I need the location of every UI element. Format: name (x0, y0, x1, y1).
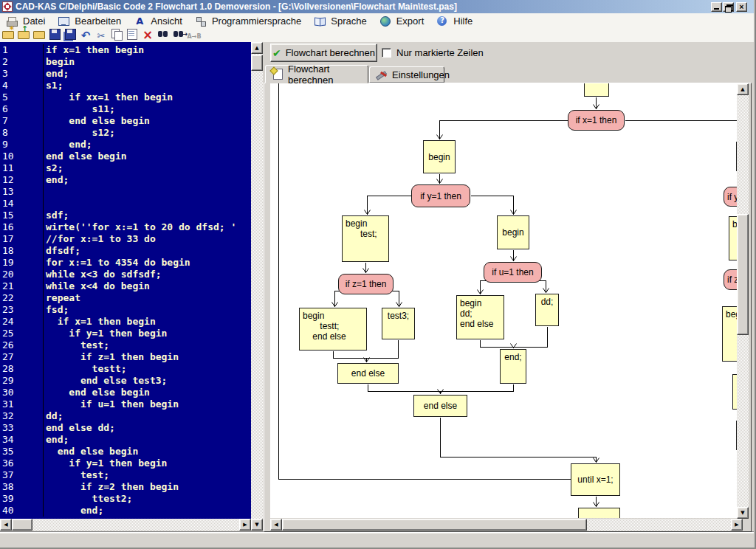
line-number: 14 (0, 198, 44, 210)
line-text: s11; (44, 103, 115, 115)
toolbar-button-delete[interactable]: × (141, 28, 154, 42)
line-text: wirte(''for x:=1 to 20 do dfsd; ' (44, 221, 236, 233)
toolbar-button-new-file[interactable] (1, 27, 15, 43)
node-end-else-2: end else (413, 395, 467, 417)
toolbar-button-properties[interactable] (126, 27, 139, 43)
line-number: 20 (0, 269, 44, 280)
line-number: 3 (0, 68, 44, 80)
line-text: if u=1 then begin (44, 398, 179, 410)
node-label: begin (428, 152, 450, 162)
toolbar-button-open[interactable] (32, 27, 46, 43)
editor-hscroll-thumb[interactable] (12, 519, 32, 531)
node-label: begin (726, 309, 737, 320)
code-line: 24 if x=1 then begin (0, 316, 251, 328)
line-number: 12 (0, 174, 44, 186)
window-title: CAD-KAS C/Delphi/Basic Code 2 Flowchart … (16, 1, 457, 12)
toolbar-button-undo[interactable]: ↶ (79, 29, 92, 42)
menu-bar: DateiBearbeitenAAnsichtProgrammiersprach… (0, 13, 756, 28)
code-line: 28 testt; (0, 363, 251, 375)
code-line: 13 (0, 186, 251, 198)
toolbar-button-replace[interactable]: A→B (188, 28, 201, 43)
menu-hilfe[interactable]: Hilfe (430, 13, 479, 28)
toolbar-button-save-as[interactable] (63, 27, 77, 43)
flowchart-hscroll-thumb[interactable] (282, 519, 587, 531)
code-editor[interactable]: 1if x=1 then begin2begin3end;4s1;5 if xx… (0, 42, 251, 519)
code-line: 2begin (0, 56, 251, 68)
tab-flowchart-berechnen[interactable]: Flowchart berechnen (265, 65, 368, 83)
node-begin-test: begin test; (342, 215, 389, 262)
line-number: 29 (0, 375, 44, 387)
line-text: end else begin (44, 151, 127, 162)
marked-lines-checkbox[interactable] (382, 48, 391, 58)
code-line: 27 if z=1 then begin (0, 351, 251, 363)
scroll-up-icon[interactable]: ▲ (251, 42, 263, 54)
line-text: ttest2; (44, 493, 132, 505)
line-text: if x=1 then begin (44, 44, 144, 56)
node-if-x: if x=1 then (568, 110, 625, 131)
line-text: end else begin (44, 115, 150, 127)
line-number: 40 (0, 505, 44, 517)
tab-einstellungen[interactable]: Einstellungen (369, 66, 444, 83)
code-line: 8 s12; (0, 127, 251, 139)
close-button[interactable]: × (736, 2, 747, 12)
open-icon (32, 27, 46, 40)
code-line: 1if x=1 then begin (0, 44, 251, 56)
node-label: begin testt; end else (303, 311, 346, 342)
toolbar-button-cut[interactable]: ✂ (94, 29, 108, 42)
line-number: 16 (0, 221, 44, 233)
line-number: 13 (0, 186, 44, 198)
node-if-u: if u=1 then (484, 262, 542, 283)
line-number: 33 (0, 422, 44, 434)
menu-bearbeiten[interactable]: Bearbeiten (52, 13, 128, 28)
node-label: begin dd; end else (460, 298, 493, 329)
line-number: 2 (0, 56, 44, 68)
code-line: 34end; (0, 434, 251, 446)
scroll-left-icon[interactable]: ◀ (270, 519, 282, 531)
scroll-up-icon[interactable]: ▲ (737, 83, 749, 95)
menu-sprache[interactable]: Sprache (308, 13, 373, 28)
toolbar-button-save[interactable] (48, 27, 61, 43)
scroll-right-icon[interactable]: ▶ (731, 519, 743, 531)
line-text: for x:=1 to 4354 do begin (44, 257, 190, 269)
code-line: 16wirte(''for x:=1 to 20 do dfsd; ' (0, 221, 251, 233)
line-number: 25 (0, 328, 44, 339)
line-text: end; (44, 139, 92, 151)
toolbar-button-copy[interactable] (110, 27, 123, 43)
scroll-left-icon[interactable]: ◀ (0, 519, 12, 531)
minimize-button[interactable] (711, 2, 722, 12)
scroll-right-icon[interactable]: ▶ (239, 519, 251, 531)
status-bar (0, 533, 756, 549)
editor-vscroll-thumb[interactable] (251, 55, 263, 71)
editor-hscroll-track[interactable] (0, 519, 251, 531)
flowchart-canvas: if x=1 thenbeginif y=1 thenbegin test;if… (270, 83, 737, 518)
code-line: 30 end else begin (0, 387, 251, 398)
node-label: end; (504, 352, 521, 362)
line-text: //for x:=1 to 33 do (44, 233, 156, 245)
menu-ansicht[interactable]: AAnsicht (128, 13, 189, 28)
code-line: 18dfsdf; (0, 245, 251, 257)
editor-vscroll-track[interactable] (251, 42, 263, 531)
node-begin-2: begin (497, 215, 529, 249)
menu-programmiersprache[interactable]: Programmiersprache (189, 13, 308, 28)
node-label: if x=1 then (576, 115, 617, 125)
menu-label: Bearbeiten (75, 15, 121, 27)
node-right-if-y: if y=1 then (724, 187, 737, 207)
compute-flowchart-button[interactable]: ✔ Flowchart berechnen (270, 44, 377, 62)
line-text: end; (44, 505, 103, 517)
restore-button[interactable] (723, 2, 734, 12)
menu-export[interactable]: Export (374, 13, 431, 28)
toolbar-button-find-next[interactable] (172, 27, 185, 43)
line-text: end else dd; (44, 422, 115, 434)
line-text: test; (44, 469, 109, 481)
toolbar-button-find[interactable] (157, 27, 170, 43)
scroll-down-icon[interactable]: ▼ (737, 507, 749, 519)
scroll-down-icon[interactable]: ▼ (251, 519, 263, 531)
help-icon (436, 15, 449, 27)
find-icon (157, 27, 170, 40)
node-label: if y=1 then (727, 192, 737, 202)
flowchart-vscroll-thumb[interactable] (737, 214, 749, 335)
toolbar-button-open-import[interactable] (17, 27, 30, 43)
node-until: until x=1; (571, 463, 620, 496)
line-text: if y=1 then begin (44, 458, 167, 469)
code-line: 20while x<3 do sdfsdf; (0, 269, 251, 280)
